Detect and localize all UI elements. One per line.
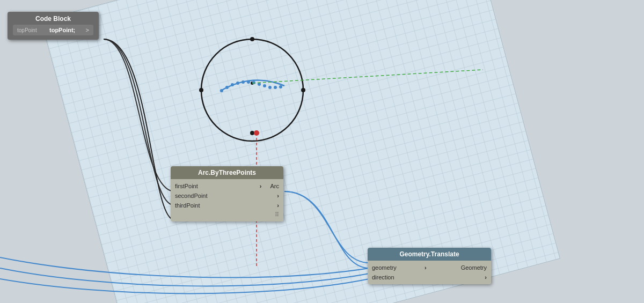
arc-resize[interactable]: ⠿	[171, 210, 283, 219]
geo-input-geometry[interactable]: geometry › Geometry	[368, 263, 491, 272]
arc-label-fp: firstPoint	[175, 183, 198, 189]
arc-label-tp: thirdPoint	[175, 202, 200, 209]
code-block-port[interactable]: >	[86, 27, 89, 33]
arc-label-sp: secondPoint	[175, 193, 208, 199]
geo-label-direction: direction	[372, 274, 394, 280]
arc-node-header: Arc.ByThreePoints	[171, 166, 283, 179]
arc-port-sp[interactable]: ›	[277, 193, 279, 199]
geo-label-geometry: geometry	[372, 264, 397, 271]
arc-port-tp[interactable]: ›	[277, 202, 279, 209]
code-block-body: topPoint topPoint; >	[13, 25, 93, 35]
geo-output-label: Geometry	[461, 264, 487, 271]
geo-port-direction[interactable]: ›	[485, 274, 487, 280]
geo-input-direction[interactable]: direction ›	[368, 272, 491, 282]
code-block-node[interactable]: Code Block topPoint topPoint; >	[8, 12, 99, 40]
arc-row-third[interactable]: thirdPoint ›	[171, 201, 283, 210]
geo-node-header: Geometry.Translate	[368, 248, 491, 261]
arc-node[interactable]: Arc.ByThreePoints firstPoint › Arc secon…	[171, 166, 283, 221]
arc-out: Arc	[270, 183, 280, 189]
code-block-label: topPoint	[17, 27, 37, 33]
geo-translate-node[interactable]: Geometry.Translate geometry › Geometry d…	[368, 248, 491, 284]
geo-node-body: geometry › Geometry direction ›	[368, 261, 491, 284]
arc-port-fp[interactable]: ›	[260, 183, 262, 189]
code-block-title: Code Block	[13, 15, 93, 23]
code-block-value: topPoint;	[49, 27, 75, 33]
arc-row-first[interactable]: firstPoint › Arc	[171, 181, 283, 191]
geo-port-geometry[interactable]: ›	[425, 264, 427, 271]
arc-row-second[interactable]: secondPoint ›	[171, 191, 283, 201]
arc-node-body: firstPoint › Arc secondPoint › thirdPoin…	[171, 179, 283, 221]
